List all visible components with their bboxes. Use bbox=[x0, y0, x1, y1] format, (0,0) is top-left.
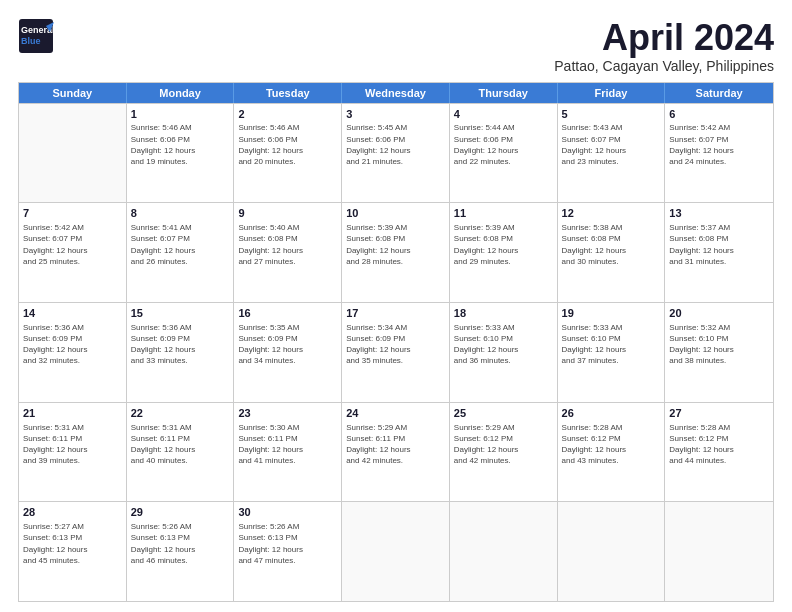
cell-info: Sunrise: 5:31 AMSunset: 6:11 PMDaylight:… bbox=[23, 422, 122, 467]
day-number: 4 bbox=[454, 107, 553, 122]
cell-info: Sunrise: 5:33 AMSunset: 6:10 PMDaylight:… bbox=[454, 322, 553, 367]
cell-info: Sunrise: 5:29 AMSunset: 6:12 PMDaylight:… bbox=[454, 422, 553, 467]
day-number: 27 bbox=[669, 406, 769, 421]
day-number: 20 bbox=[669, 306, 769, 321]
cell-info: Sunrise: 5:40 AMSunset: 6:08 PMDaylight:… bbox=[238, 222, 337, 267]
day-number: 3 bbox=[346, 107, 445, 122]
day-number: 11 bbox=[454, 206, 553, 221]
day-number: 25 bbox=[454, 406, 553, 421]
calendar-cell: 17Sunrise: 5:34 AMSunset: 6:09 PMDayligh… bbox=[342, 303, 450, 402]
cell-info: Sunrise: 5:36 AMSunset: 6:09 PMDaylight:… bbox=[131, 322, 230, 367]
calendar-cell: 14Sunrise: 5:36 AMSunset: 6:09 PMDayligh… bbox=[19, 303, 127, 402]
calendar-row: 21Sunrise: 5:31 AMSunset: 6:11 PMDayligh… bbox=[19, 402, 773, 502]
calendar-cell: 12Sunrise: 5:38 AMSunset: 6:08 PMDayligh… bbox=[558, 203, 666, 302]
calendar-cell: 13Sunrise: 5:37 AMSunset: 6:08 PMDayligh… bbox=[665, 203, 773, 302]
calendar-cell: 18Sunrise: 5:33 AMSunset: 6:10 PMDayligh… bbox=[450, 303, 558, 402]
calendar-row: 1Sunrise: 5:46 AMSunset: 6:06 PMDaylight… bbox=[19, 103, 773, 203]
cell-info: Sunrise: 5:38 AMSunset: 6:08 PMDaylight:… bbox=[562, 222, 661, 267]
logo: General Blue bbox=[18, 18, 54, 54]
cell-info: Sunrise: 5:28 AMSunset: 6:12 PMDaylight:… bbox=[562, 422, 661, 467]
page: General Blue April 2024 Pattao, Cagayan … bbox=[0, 0, 792, 612]
day-number: 9 bbox=[238, 206, 337, 221]
cell-info: Sunrise: 5:26 AMSunset: 6:13 PMDaylight:… bbox=[131, 521, 230, 566]
calendar-cell: 9Sunrise: 5:40 AMSunset: 6:08 PMDaylight… bbox=[234, 203, 342, 302]
cell-info: Sunrise: 5:44 AMSunset: 6:06 PMDaylight:… bbox=[454, 122, 553, 167]
cell-info: Sunrise: 5:46 AMSunset: 6:06 PMDaylight:… bbox=[131, 122, 230, 167]
cell-info: Sunrise: 5:30 AMSunset: 6:11 PMDaylight:… bbox=[238, 422, 337, 467]
calendar-cell: 4Sunrise: 5:44 AMSunset: 6:06 PMDaylight… bbox=[450, 104, 558, 203]
calendar-cell: 24Sunrise: 5:29 AMSunset: 6:11 PMDayligh… bbox=[342, 403, 450, 502]
calendar-cell: 3Sunrise: 5:45 AMSunset: 6:06 PMDaylight… bbox=[342, 104, 450, 203]
calendar-cell: 2Sunrise: 5:46 AMSunset: 6:06 PMDaylight… bbox=[234, 104, 342, 203]
cell-info: Sunrise: 5:31 AMSunset: 6:11 PMDaylight:… bbox=[131, 422, 230, 467]
day-number: 16 bbox=[238, 306, 337, 321]
calendar-cell: 5Sunrise: 5:43 AMSunset: 6:07 PMDaylight… bbox=[558, 104, 666, 203]
calendar-cell bbox=[665, 502, 773, 601]
calendar-cell: 21Sunrise: 5:31 AMSunset: 6:11 PMDayligh… bbox=[19, 403, 127, 502]
calendar-cell bbox=[19, 104, 127, 203]
cell-info: Sunrise: 5:33 AMSunset: 6:10 PMDaylight:… bbox=[562, 322, 661, 367]
day-number: 15 bbox=[131, 306, 230, 321]
day-number: 7 bbox=[23, 206, 122, 221]
day-header: Thursday bbox=[450, 83, 558, 103]
day-header: Monday bbox=[127, 83, 235, 103]
cell-info: Sunrise: 5:28 AMSunset: 6:12 PMDaylight:… bbox=[669, 422, 769, 467]
calendar-cell: 11Sunrise: 5:39 AMSunset: 6:08 PMDayligh… bbox=[450, 203, 558, 302]
calendar-cell: 1Sunrise: 5:46 AMSunset: 6:06 PMDaylight… bbox=[127, 104, 235, 203]
cell-info: Sunrise: 5:41 AMSunset: 6:07 PMDaylight:… bbox=[131, 222, 230, 267]
day-number: 6 bbox=[669, 107, 769, 122]
day-number: 12 bbox=[562, 206, 661, 221]
cell-info: Sunrise: 5:36 AMSunset: 6:09 PMDaylight:… bbox=[23, 322, 122, 367]
calendar-cell: 23Sunrise: 5:30 AMSunset: 6:11 PMDayligh… bbox=[234, 403, 342, 502]
calendar-cell bbox=[558, 502, 666, 601]
cell-info: Sunrise: 5:35 AMSunset: 6:09 PMDaylight:… bbox=[238, 322, 337, 367]
main-title: April 2024 bbox=[554, 18, 774, 58]
day-number: 18 bbox=[454, 306, 553, 321]
calendar: SundayMondayTuesdayWednesdayThursdayFrid… bbox=[18, 82, 774, 602]
calendar-cell: 10Sunrise: 5:39 AMSunset: 6:08 PMDayligh… bbox=[342, 203, 450, 302]
day-number: 24 bbox=[346, 406, 445, 421]
calendar-row: 7Sunrise: 5:42 AMSunset: 6:07 PMDaylight… bbox=[19, 202, 773, 302]
calendar-header: SundayMondayTuesdayWednesdayThursdayFrid… bbox=[19, 83, 773, 103]
day-header: Wednesday bbox=[342, 83, 450, 103]
calendar-cell: 30Sunrise: 5:26 AMSunset: 6:13 PMDayligh… bbox=[234, 502, 342, 601]
calendar-cell: 27Sunrise: 5:28 AMSunset: 6:12 PMDayligh… bbox=[665, 403, 773, 502]
day-header: Tuesday bbox=[234, 83, 342, 103]
day-number: 17 bbox=[346, 306, 445, 321]
cell-info: Sunrise: 5:27 AMSunset: 6:13 PMDaylight:… bbox=[23, 521, 122, 566]
cell-info: Sunrise: 5:26 AMSunset: 6:13 PMDaylight:… bbox=[238, 521, 337, 566]
day-number: 8 bbox=[131, 206, 230, 221]
day-header: Saturday bbox=[665, 83, 773, 103]
cell-info: Sunrise: 5:39 AMSunset: 6:08 PMDaylight:… bbox=[454, 222, 553, 267]
header: General Blue April 2024 Pattao, Cagayan … bbox=[18, 18, 774, 74]
day-number: 13 bbox=[669, 206, 769, 221]
cell-info: Sunrise: 5:43 AMSunset: 6:07 PMDaylight:… bbox=[562, 122, 661, 167]
day-header: Sunday bbox=[19, 83, 127, 103]
cell-info: Sunrise: 5:34 AMSunset: 6:09 PMDaylight:… bbox=[346, 322, 445, 367]
calendar-cell bbox=[342, 502, 450, 601]
calendar-row: 28Sunrise: 5:27 AMSunset: 6:13 PMDayligh… bbox=[19, 501, 773, 601]
calendar-cell: 25Sunrise: 5:29 AMSunset: 6:12 PMDayligh… bbox=[450, 403, 558, 502]
cell-info: Sunrise: 5:32 AMSunset: 6:10 PMDaylight:… bbox=[669, 322, 769, 367]
day-number: 2 bbox=[238, 107, 337, 122]
calendar-cell: 28Sunrise: 5:27 AMSunset: 6:13 PMDayligh… bbox=[19, 502, 127, 601]
cell-info: Sunrise: 5:29 AMSunset: 6:11 PMDaylight:… bbox=[346, 422, 445, 467]
calendar-cell: 19Sunrise: 5:33 AMSunset: 6:10 PMDayligh… bbox=[558, 303, 666, 402]
calendar-cell bbox=[450, 502, 558, 601]
calendar-cell: 6Sunrise: 5:42 AMSunset: 6:07 PMDaylight… bbox=[665, 104, 773, 203]
title-block: April 2024 Pattao, Cagayan Valley, Phili… bbox=[554, 18, 774, 74]
day-number: 30 bbox=[238, 505, 337, 520]
subtitle: Pattao, Cagayan Valley, Philippines bbox=[554, 58, 774, 74]
cell-info: Sunrise: 5:42 AMSunset: 6:07 PMDaylight:… bbox=[669, 122, 769, 167]
cell-info: Sunrise: 5:46 AMSunset: 6:06 PMDaylight:… bbox=[238, 122, 337, 167]
day-number: 19 bbox=[562, 306, 661, 321]
day-number: 5 bbox=[562, 107, 661, 122]
cell-info: Sunrise: 5:37 AMSunset: 6:08 PMDaylight:… bbox=[669, 222, 769, 267]
cell-info: Sunrise: 5:39 AMSunset: 6:08 PMDaylight:… bbox=[346, 222, 445, 267]
calendar-cell: 29Sunrise: 5:26 AMSunset: 6:13 PMDayligh… bbox=[127, 502, 235, 601]
calendar-cell: 26Sunrise: 5:28 AMSunset: 6:12 PMDayligh… bbox=[558, 403, 666, 502]
svg-text:Blue: Blue bbox=[21, 36, 41, 46]
calendar-cell: 22Sunrise: 5:31 AMSunset: 6:11 PMDayligh… bbox=[127, 403, 235, 502]
day-number: 21 bbox=[23, 406, 122, 421]
day-number: 14 bbox=[23, 306, 122, 321]
